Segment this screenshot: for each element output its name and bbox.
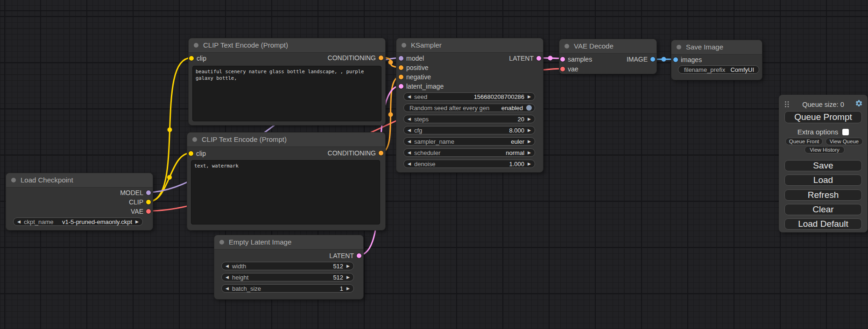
- link-midpoint-dot[interactable]: [168, 127, 172, 132]
- widget-value: 1: [340, 285, 343, 292]
- images-input-port[interactable]: [673, 57, 678, 62]
- decrement-arrow-icon[interactable]: ◀: [408, 161, 411, 166]
- comfyui-canvas[interactable]: { "colors": { "model": "#B39DDB", "clip"…: [0, 0, 868, 329]
- port-label: CONDITIONING: [328, 149, 376, 157]
- decrement-arrow-icon[interactable]: ◀: [17, 219, 21, 224]
- positive-prompt-textarea[interactable]: beautiful scenery nature glass bottle la…: [192, 66, 381, 121]
- increment-arrow-icon[interactable]: ▶: [346, 286, 350, 291]
- latent-output-port[interactable]: [536, 56, 541, 61]
- save-button[interactable]: Save: [784, 160, 862, 171]
- widget-label: Random seed after every gen: [409, 105, 489, 112]
- increment-arrow-icon[interactable]: ▶: [528, 161, 531, 166]
- empty-latent-image-node[interactable]: Empty Latent Image LATENT ◀ width 512 ▶ …: [214, 235, 364, 300]
- link-midpoint-dot[interactable]: [548, 56, 553, 61]
- port-label: clip: [196, 150, 206, 157]
- batch-size-widget[interactable]: ◀ batch_size 1 ▶: [221, 284, 354, 293]
- conditioning-output-port[interactable]: [379, 151, 383, 155]
- clip-input-port[interactable]: [189, 151, 193, 156]
- ksampler-node[interactable]: KSampler model positive negative latent_…: [396, 38, 543, 173]
- link-midpoint-dot[interactable]: [662, 57, 666, 62]
- increment-arrow-icon[interactable]: ▶: [346, 264, 350, 268]
- conditioning-output-port[interactable]: [379, 56, 383, 60]
- load-checkpoint-node[interactable]: Load Checkpoint MODEL CLIP VAE ◀ ckpt_na…: [6, 173, 153, 231]
- decrement-arrow-icon[interactable]: ◀: [226, 275, 229, 280]
- negative-input-port[interactable]: [399, 75, 403, 79]
- link-midpoint-dot[interactable]: [167, 175, 172, 180]
- sampler-name-widget[interactable]: ◀ sampler_name euler ▶: [403, 137, 535, 146]
- collapse-dot-icon[interactable]: [194, 43, 198, 48]
- settings-gear-icon[interactable]: [855, 99, 863, 107]
- widget-value: 20: [518, 116, 524, 123]
- negative-prompt-textarea[interactable]: text, watermark: [191, 160, 380, 224]
- node-title: VAE Decode: [559, 39, 656, 54]
- widget-label: steps: [414, 116, 429, 123]
- save-image-node[interactable]: Save Image images filename_prefix ComfyU…: [671, 40, 762, 80]
- height-widget[interactable]: ◀ height 512 ▶: [221, 273, 354, 281]
- increment-arrow-icon[interactable]: ▶: [346, 275, 350, 280]
- increment-arrow-icon[interactable]: ▶: [528, 94, 531, 99]
- widget-value: euler: [511, 138, 524, 145]
- clear-button[interactable]: Clear: [784, 204, 862, 215]
- node-title: Empty Latent Image: [214, 235, 363, 250]
- clip-text-encode-negative-node[interactable]: CLIP Text Encode (Prompt) clip CONDITION…: [187, 132, 386, 231]
- load-button[interactable]: Load: [784, 175, 862, 186]
- decrement-arrow-icon[interactable]: ◀: [408, 117, 411, 121]
- image-output-port[interactable]: [650, 57, 655, 62]
- model-output-port[interactable]: [146, 190, 151, 195]
- clip-input-port[interactable]: [189, 56, 194, 61]
- decrement-arrow-icon[interactable]: ◀: [226, 264, 229, 268]
- vae-output: VAE: [131, 208, 151, 215]
- decrement-arrow-icon[interactable]: ◀: [408, 150, 411, 155]
- collapse-dot-icon[interactable]: [565, 44, 569, 49]
- increment-arrow-icon[interactable]: ▶: [528, 150, 531, 155]
- filename-prefix-widget[interactable]: filename_prefix ComfyUI: [678, 65, 759, 74]
- random-seed-toggle-icon[interactable]: [526, 105, 532, 111]
- increment-arrow-icon[interactable]: ▶: [528, 117, 531, 121]
- link-midpoint-dot[interactable]: [388, 112, 393, 117]
- samples-input-port[interactable]: [560, 57, 565, 62]
- clip-output-port[interactable]: [146, 200, 151, 204]
- refresh-button[interactable]: Refresh: [784, 189, 862, 201]
- view-queue-button[interactable]: View Queue: [826, 138, 863, 145]
- decrement-arrow-icon[interactable]: ◀: [226, 286, 229, 291]
- collapse-dot-icon[interactable]: [192, 137, 197, 142]
- vae-input-port[interactable]: [560, 67, 565, 71]
- node-title: CLIP Text Encode (Prompt): [187, 133, 385, 147]
- cfg-widget[interactable]: ◀ cfg 8.000 ▶: [403, 126, 535, 134]
- decrement-arrow-icon[interactable]: ◀: [408, 94, 411, 99]
- queue-front-button[interactable]: Queue Front: [785, 138, 823, 145]
- clip-text-encode-positive-node[interactable]: CLIP Text Encode (Prompt) clip CONDITION…: [188, 38, 386, 126]
- collapse-dot-icon[interactable]: [219, 240, 224, 245]
- node-title: KSampler: [396, 38, 543, 53]
- vae-output-port[interactable]: [146, 209, 151, 214]
- view-history-button[interactable]: View History: [804, 146, 845, 154]
- scheduler-widget[interactable]: ◀ scheduler normal ▶: [403, 148, 535, 157]
- vae-decode-node[interactable]: VAE Decode samples vae IMAGE: [559, 39, 657, 74]
- denoise-widget[interactable]: ◀ denoise 1.000 ▶: [403, 160, 535, 168]
- collapse-dot-icon[interactable]: [677, 45, 681, 49]
- decrement-arrow-icon[interactable]: ◀: [408, 139, 411, 144]
- link-midpoint-dot[interactable]: [388, 60, 393, 65]
- increment-arrow-icon[interactable]: ▶: [135, 219, 139, 224]
- increment-arrow-icon[interactable]: ▶: [528, 128, 531, 133]
- collapse-dot-icon[interactable]: [402, 43, 406, 48]
- decrement-arrow-icon[interactable]: ◀: [408, 128, 411, 133]
- queue-size-label: Queue size: 0: [779, 101, 868, 108]
- seed-widget[interactable]: ◀ seed 156680208700286 ▶: [403, 92, 535, 101]
- queue-prompt-button[interactable]: Queue Prompt: [784, 111, 862, 123]
- ckpt-name-widget[interactable]: ◀ ckpt_name v1-5-pruned-emaonly.ckpt ▶: [13, 217, 143, 226]
- model-input-port[interactable]: [399, 56, 403, 61]
- load-default-button[interactable]: Load Default: [784, 218, 862, 230]
- steps-widget[interactable]: ◀ steps 20 ▶: [403, 115, 535, 123]
- port-label: vae: [568, 65, 579, 73]
- extra-options-checkbox[interactable]: [842, 129, 849, 135]
- width-widget[interactable]: ◀ width 512 ▶: [221, 262, 354, 270]
- latent-output-port[interactable]: [357, 253, 361, 258]
- collapse-dot-icon[interactable]: [11, 178, 16, 182]
- clip-input: clip: [189, 55, 206, 62]
- latent-image-input-port[interactable]: [399, 84, 403, 89]
- random-seed-widget[interactable]: Random seed after every gen enabled: [403, 104, 535, 112]
- positive-input-port[interactable]: [399, 65, 403, 70]
- node-title-label: Load Checkpoint: [21, 176, 73, 184]
- increment-arrow-icon[interactable]: ▶: [528, 139, 531, 144]
